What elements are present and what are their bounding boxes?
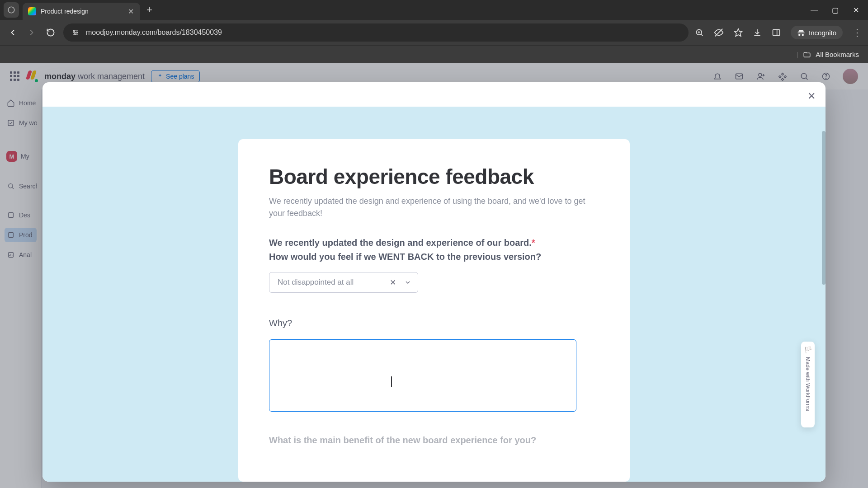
new-tab-button[interactable]: +: [146, 4, 152, 16]
question-2: Why?: [269, 318, 599, 413]
bookmarks-bar: | All Bookmarks: [0, 45, 868, 63]
workforms-logo-icon: 🏳️: [804, 346, 812, 353]
q3-label-peek: What is the main benefit of the new boar…: [269, 435, 599, 446]
window-close-icon[interactable]: ✕: [852, 6, 860, 14]
incognito-badge[interactable]: Incognito: [791, 26, 843, 39]
browser-menu-icon[interactable]: ⋮: [853, 27, 862, 38]
svg-point-6: [74, 33, 75, 35]
q1-select-value: Not disappointed at all: [278, 278, 382, 287]
svg-rect-14: [773, 29, 780, 35]
browser-toolbar: moodjoy.monday.com/boards/1830450039 Inc…: [0, 20, 868, 45]
url-bar[interactable]: moodjoy.monday.com/boards/1830450039: [63, 23, 689, 42]
nav-forward-icon[interactable]: [25, 26, 38, 39]
nav-reload-icon[interactable]: [44, 26, 57, 39]
incognito-icon: [797, 28, 805, 37]
browser-tab[interactable]: Product redesign ✕: [23, 3, 140, 20]
sidepanel-icon[interactable]: [772, 28, 781, 37]
modal-body: Board experience feedback We recently up…: [42, 107, 826, 482]
browser-tabstrip: Product redesign ✕ + — ▢ ✕: [0, 0, 868, 20]
tab-title: Product redesign: [41, 8, 123, 15]
workforms-badge-text: Made with WorkForms: [805, 357, 811, 411]
window-minimize-icon[interactable]: —: [810, 6, 818, 14]
tab-favicon: [28, 7, 36, 15]
feedback-modal: ✕ Board experience feedback We recently …: [42, 82, 826, 482]
bookmark-star-icon[interactable]: [734, 28, 743, 37]
question-1: We recently updated the design and exper…: [269, 238, 599, 293]
q2-textarea[interactable]: [269, 339, 576, 412]
tab-area: Product redesign ✕ +: [4, 0, 152, 20]
q2-label: Why?: [269, 318, 599, 328]
workforms-badge[interactable]: 🏳️ Made with WorkForms: [801, 342, 815, 427]
q1-label-line1: We recently updated the design and exper…: [269, 238, 599, 248]
modal-close-icon[interactable]: ✕: [807, 90, 816, 102]
chevron-down-icon[interactable]: [404, 279, 411, 286]
tab-close-icon[interactable]: ✕: [128, 7, 134, 16]
scrollbar[interactable]: [822, 131, 826, 285]
window-maximize-icon[interactable]: ▢: [831, 6, 839, 14]
zoom-icon[interactable]: [695, 28, 704, 37]
q1-label-line2: How would you feel if we WENT BACK to th…: [269, 252, 599, 262]
toolbar-actions: Incognito ⋮: [695, 26, 862, 39]
svg-line-8: [701, 34, 703, 36]
form-subtitle: We recently updated the design and exper…: [269, 195, 599, 220]
download-icon[interactable]: [753, 28, 762, 37]
divider: |: [797, 51, 798, 58]
form-title: Board experience feedback: [269, 164, 599, 189]
svg-point-5: [76, 32, 78, 33]
svg-marker-12: [735, 29, 742, 37]
url-text: moodjoy.monday.com/boards/1830450039: [86, 28, 222, 37]
svg-point-0: [8, 7, 14, 13]
q1-select[interactable]: Not disappointed at all ✕: [269, 272, 418, 293]
svg-point-4: [74, 30, 75, 32]
nav-back-icon[interactable]: [6, 26, 19, 39]
page: monday work management See plans Home My…: [0, 63, 868, 488]
incognito-label: Incognito: [809, 29, 836, 37]
browser-app-icon: [4, 2, 19, 18]
window-controls: — ▢ ✕: [810, 6, 864, 14]
clear-icon[interactable]: ✕: [390, 278, 396, 287]
bookmarks-folder-icon: [803, 51, 811, 59]
text-cursor-icon: [391, 376, 392, 387]
all-bookmarks-link[interactable]: All Bookmarks: [816, 51, 859, 58]
feedback-form: Board experience feedback We recently up…: [238, 139, 630, 482]
site-settings-icon[interactable]: [71, 28, 80, 37]
eye-off-icon[interactable]: [714, 28, 724, 38]
